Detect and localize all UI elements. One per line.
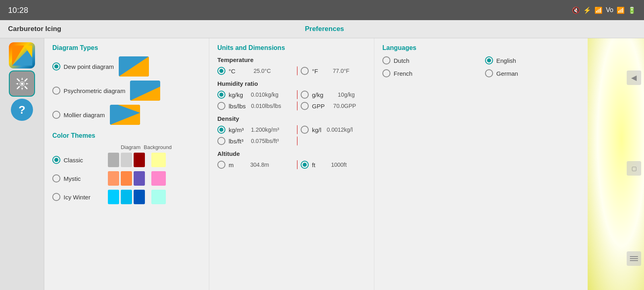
dew-point-row: Dew point diagram xyxy=(52,56,201,77)
dew-point-thumb xyxy=(119,56,149,77)
bluetooth-icon: ⚡ xyxy=(583,6,591,14)
left-column: Diagram Types Dew point diagram xyxy=(44,38,209,290)
middle-column: Units and Dimensions Temperature °C 25.0… xyxy=(209,38,374,290)
checkbox-button[interactable]: ▢ xyxy=(627,161,641,176)
status-bar: 10:28 🔇 ⚡ 📶 Vo 📶 🔋 xyxy=(0,0,644,20)
kgl-value: 0.0012kg/l xyxy=(324,126,353,133)
gpp-radio[interactable]: GPP xyxy=(301,102,325,110)
sidebar-item-settings[interactable] xyxy=(9,70,35,97)
theme-icy-winter-row: Icy Winter xyxy=(52,190,201,204)
icy-winter-radio-empty xyxy=(52,193,60,201)
psychro-label: Psychrometric diagram xyxy=(64,87,125,94)
theme-classic-row: Classic xyxy=(52,153,201,167)
altitude-divider xyxy=(297,160,297,169)
dew-point-radio[interactable]: Dew point diagram xyxy=(52,62,114,70)
density-divider-1 xyxy=(297,125,297,134)
gkg-radio[interactable]: g/kg xyxy=(301,91,323,99)
gpp-radio-empty xyxy=(301,102,309,110)
mollier-thumb xyxy=(110,105,140,125)
kgkg-label: kg/kg xyxy=(229,91,243,98)
celsius-radio[interactable]: °C xyxy=(217,67,235,75)
mystic-radio[interactable]: Mystic xyxy=(52,174,105,182)
preferences-title: Preferences xyxy=(305,25,344,33)
feet-label: ft xyxy=(312,162,315,168)
altitude-title: Altitude xyxy=(217,150,366,157)
german-radio-empty xyxy=(485,69,493,77)
feet-radio[interactable]: ft xyxy=(301,161,315,169)
german-radio[interactable]: German xyxy=(485,69,518,77)
classic-radio[interactable]: Classic xyxy=(52,156,105,164)
fahrenheit-value: 77.0°F xyxy=(321,68,349,74)
kgl-label: kg/l xyxy=(312,126,321,133)
classic-radio-inner xyxy=(54,158,58,162)
meters-radio[interactable]: m xyxy=(217,161,234,169)
classic-label: Classic xyxy=(64,157,83,164)
feet-option: ft 1000ft xyxy=(301,161,347,169)
dutch-radio[interactable]: Dutch xyxy=(382,56,409,64)
status-icons: 🔇 ⚡ 📶 Vo 📶 🔋 xyxy=(572,6,636,14)
languages-title: Languages xyxy=(382,44,580,52)
fahrenheit-option: °F 77.0°F xyxy=(301,67,349,75)
status-time: 10:28 xyxy=(8,6,28,15)
german-label: German xyxy=(496,70,518,77)
english-radio-inner xyxy=(487,58,491,62)
app-title: Carburetor Icing xyxy=(8,25,61,33)
dutch-row: Dutch xyxy=(382,56,477,64)
mollier-label: Mollier diagram xyxy=(64,112,105,118)
right-column: Languages Dutch xyxy=(374,38,588,290)
kgkg-radio-outer xyxy=(217,91,225,99)
meters-radio-empty xyxy=(217,161,225,169)
density-row-1: kg/m³ 1.200kg/m³ kg/l 0.0012kg/l xyxy=(217,125,366,134)
meters-option: m 304.8m xyxy=(217,161,294,169)
lbslbs-label: lbs/lbs xyxy=(229,103,246,110)
dutch-label: Dutch xyxy=(394,57,409,64)
back-button[interactable]: ◀ xyxy=(627,70,641,85)
kgl-radio[interactable]: kg/l xyxy=(301,126,321,134)
mollier-radio[interactable]: Mollier diagram xyxy=(52,111,105,119)
psychro-radio-empty xyxy=(52,87,60,95)
preferences-panel: Diagram Types Dew point diagram xyxy=(44,38,588,290)
gkg-radio-empty xyxy=(301,91,309,99)
lbslbs-radio-empty xyxy=(217,102,225,110)
dutch-radio-empty xyxy=(382,56,390,64)
kgm3-option: kg/m³ 1.200kg/m³ xyxy=(217,126,294,134)
altitude-row: m 304.8m ft 1000ft xyxy=(217,160,366,169)
sidebar-item-help[interactable]: ? xyxy=(11,99,33,121)
mute-icon: 🔇 xyxy=(572,6,580,14)
temp-divider xyxy=(297,66,297,75)
icy-winter-radio[interactable]: Icy Winter xyxy=(52,193,105,201)
humidity-title: Humidity ratio xyxy=(217,80,366,87)
menu-button[interactable] xyxy=(627,251,641,266)
main-layout: ? Diagram Types Dew poin xyxy=(0,38,644,290)
gkg-option: g/kg 10g/kg xyxy=(301,91,355,99)
mystic-swatch-2 xyxy=(121,171,132,186)
color-themes-section: Color Themes Diagram Background xyxy=(52,132,201,204)
right-edge-controls: ◀ ▢ xyxy=(624,38,644,290)
app-container: Carburetor Icing Preferences xyxy=(0,20,644,290)
languages-grid: Dutch English xyxy=(382,56,580,77)
signal-bars-icon: 📶 xyxy=(617,6,625,14)
sidebar-item-chart[interactable] xyxy=(9,42,35,68)
lbsft3-radio[interactable]: lbs/ft³ xyxy=(217,137,244,145)
density-title: Density xyxy=(217,115,366,122)
meters-value: 304.8m xyxy=(237,162,269,168)
humidity-divider-1 xyxy=(297,90,297,99)
kgkg-radio[interactable]: kg/kg xyxy=(217,91,243,99)
english-radio[interactable]: English xyxy=(485,56,516,64)
feet-value: 1000ft xyxy=(318,162,347,168)
humidity-row-1: kg/kg 0.010kg/kg g/kg 10g/kg xyxy=(217,90,366,99)
mollier-row: Mollier diagram xyxy=(52,105,201,125)
kgm3-radio-outer xyxy=(217,126,225,134)
mystic-label: Mystic xyxy=(64,175,81,182)
background-col-header: Background xyxy=(144,144,168,150)
dew-point-label: Dew point diagram xyxy=(64,63,114,70)
kgm3-radio[interactable]: kg/m³ xyxy=(217,126,244,134)
gpp-option: GPP 70.0GPP xyxy=(301,102,356,110)
lbslbs-radio[interactable]: lbs/lbs xyxy=(217,102,246,110)
celsius-radio-outer xyxy=(217,67,225,75)
fahrenheit-radio[interactable]: °F xyxy=(301,67,318,75)
psychro-radio[interactable]: Psychrometric diagram xyxy=(52,87,125,95)
svg-point-5 xyxy=(21,83,23,85)
mystic-swatch-1 xyxy=(108,171,119,186)
french-radio[interactable]: French xyxy=(382,69,413,77)
